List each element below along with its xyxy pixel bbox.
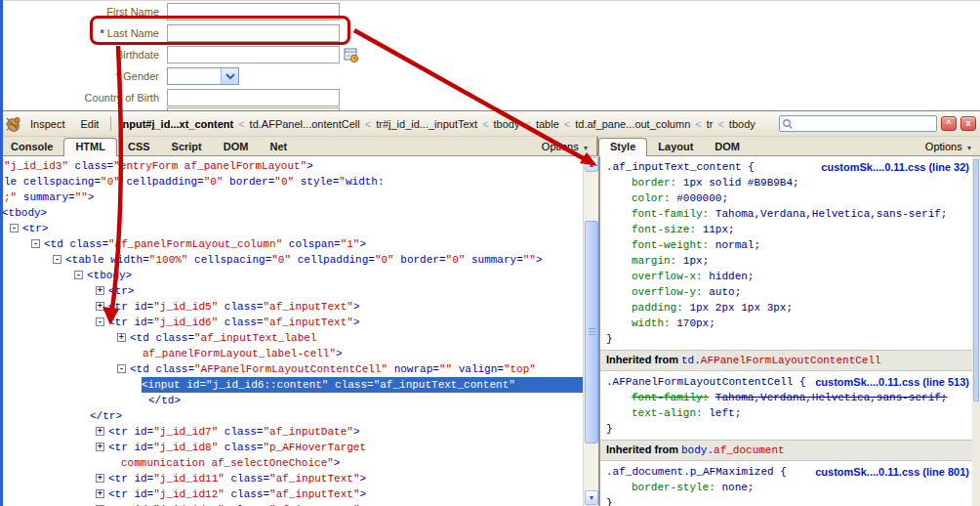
- tree-node[interactable]: +<tr id="j_id_id7" class="af_inputDate">: [0, 424, 583, 440]
- collapse-button[interactable]: ^: [941, 116, 957, 131]
- code-segment: "j_id_id5": [153, 299, 218, 315]
- breadcrumb-item[interactable]: tbody: [494, 118, 520, 130]
- options-menu-left[interactable]: Options ▾: [542, 141, 588, 155]
- tab-layout[interactable]: Layout: [647, 139, 704, 155]
- code-segment: class=: [225, 502, 269, 506]
- annotation-highlight-rect: [90, 16, 350, 45]
- scrollbar-thumb[interactable]: [973, 159, 979, 401]
- breadcrumb-item[interactable]: td.AFPanel...ontentCell: [250, 118, 360, 130]
- breadcrumb-item[interactable]: input#j_id...xt_content: [119, 118, 233, 130]
- collapse-icon[interactable]: -: [10, 224, 19, 232]
- css-property[interactable]: font-family: Tahoma,Verdana,Helvetica,sa…: [606, 390, 972, 405]
- expand-icon[interactable]: +: [96, 427, 104, 436]
- options-menu-right[interactable]: Options ▾: [925, 141, 971, 155]
- style-panel-scrollbar[interactable]: [972, 156, 980, 506]
- tree-node[interactable]: </tr>: [0, 408, 583, 424]
- collapse-icon[interactable]: -: [117, 364, 126, 373]
- tree-node[interactable]: +<tr>: [0, 283, 583, 299]
- expand-icon[interactable]: +: [96, 286, 104, 295]
- tree-node[interactable]: +<tr id="j_id_id5" class="af_inputText">: [0, 299, 583, 315]
- css-rule-selector[interactable]: .AFPanelFormLayoutContentCell {customSk.…: [606, 374, 972, 390]
- code-segment: "af_inputText": [269, 471, 359, 486]
- css-rule-selector[interactable]: .af_inputText_content {customSk....0.11.…: [606, 159, 972, 175]
- css-property[interactable]: font-family: Tahoma,Verdana,Helvetica,sa…: [606, 206, 972, 222]
- html-panel-scrollbar[interactable]: ▲ ▼: [583, 156, 598, 506]
- css-property[interactable]: text-align: left;: [606, 405, 972, 421]
- scroll-up-icon[interactable]: ▲: [585, 157, 598, 172]
- scrollbar-thumb[interactable]: [585, 221, 598, 443]
- rule-close-brace: }: [606, 495, 972, 506]
- expand-icon[interactable]: +: [96, 443, 104, 451]
- expand-icon[interactable]: +: [96, 302, 104, 311]
- tab-css[interactable]: CSS: [117, 139, 161, 155]
- tab-dom[interactable]: DOM: [213, 139, 260, 155]
- css-property[interactable]: font-size: 11px;: [606, 222, 972, 237]
- tree-node[interactable]: "j_id_id3" class="entryForm af_panelForm…: [0, 158, 583, 174]
- stylesheet-link[interactable]: customSk....0.11.css (line 801): [811, 464, 969, 480]
- edit-button[interactable]: Edit: [80, 118, 99, 130]
- collapse-icon[interactable]: -: [31, 239, 40, 248]
- css-property[interactable]: overflow-x: hidden;: [606, 269, 972, 284]
- scroll-down-icon[interactable]: ▼: [585, 490, 598, 505]
- breadcrumb-item[interactable]: tbody: [729, 118, 755, 130]
- chevron-down-icon[interactable]: [221, 68, 238, 84]
- tree-node[interactable]: -<tr>: [0, 221, 583, 236]
- tab-dom[interactable]: DOM: [704, 139, 751, 155]
- tree-node[interactable]: +<tr id="j_id_id12" class="af_inputText"…: [0, 486, 583, 502]
- collapse-icon[interactable]: -: [74, 271, 83, 279]
- breadcrumb-item[interactable]: tr: [707, 118, 714, 130]
- css-property[interactable]: padding: 1px 2px 1px 3px;: [606, 300, 972, 316]
- birthdate-field[interactable]: [167, 46, 340, 63]
- tree-node[interactable]: </td>: [0, 393, 583, 408]
- tree-node[interactable]: -<tbody>: [0, 268, 583, 283]
- tree-node[interactable]: le cellspacing="0" cellpadding="0" borde…: [0, 174, 583, 190]
- css-rule-selector[interactable]: .af_document.p_AFMaximized {customSk....…: [606, 464, 972, 480]
- tree-node[interactable]: ;" summary="">: [0, 190, 583, 205]
- tree-node[interactable]: -<td class="AFPanelFormLayoutContentCell…: [0, 361, 583, 377]
- css-property[interactable]: color: #000000;: [606, 190, 972, 206]
- css-property[interactable]: margin: 1px;: [606, 253, 972, 269]
- tree-node[interactable]: communication af_selectOneChoice">: [0, 455, 583, 471]
- tree-node[interactable]: -<tr id="j_id_id6" class="af_inputText">: [0, 315, 583, 330]
- css-property[interactable]: font-weight: normal;: [606, 237, 972, 253]
- tab-console[interactable]: Console: [0, 139, 63, 155]
- tree-node[interactable]: -<td class="af_panelFormLayout_column" c…: [0, 236, 583, 252]
- collapse-icon[interactable]: -: [53, 255, 61, 264]
- tab-style[interactable]: Style: [598, 138, 647, 156]
- field-label: Birthdate: [3, 49, 159, 61]
- stylesheet-link[interactable]: customSk....0.11.css (line 513): [811, 374, 969, 390]
- close-icon[interactable]: x: [960, 116, 976, 131]
- expand-icon[interactable]: +: [117, 333, 126, 342]
- tree-node[interactable]: <input id="j_id_id6::content" class="af_…: [0, 377, 583, 393]
- css-property[interactable]: width: 170px;: [606, 316, 972, 331]
- tab-script[interactable]: Script: [161, 139, 213, 155]
- firebug-icon[interactable]: [4, 115, 22, 133]
- css-property[interactable]: overflow-y: auto;: [606, 284, 972, 300]
- property-value: 170px;: [676, 317, 715, 329]
- tab-html[interactable]: HTML: [63, 138, 117, 156]
- calendar-picker-icon[interactable]: [344, 47, 359, 63]
- tree-node[interactable]: <tbody>: [0, 205, 583, 221]
- inspect-button[interactable]: Inspect: [30, 118, 64, 130]
- tree-node[interactable]: -<tr id="j_id_id13" class="af_inputText"…: [0, 502, 583, 506]
- tab-net[interactable]: Net: [259, 139, 298, 155]
- stylesheet-link[interactable]: customSk....0.11.css (line 32): [817, 159, 969, 175]
- breadcrumb-item[interactable]: tr#j_id_id..._inputText: [376, 118, 477, 130]
- breadcrumb-item[interactable]: td.af_pane...out_column: [575, 118, 690, 130]
- tree-node[interactable]: +<tr id="j_id_id11" class="af_inputText"…: [0, 471, 583, 486]
- tree-node[interactable]: -<table width="100%" cellspacing="0" cel…: [0, 252, 583, 268]
- property-name: overflow-y:: [632, 286, 703, 298]
- selected-node[interactable]: <input id="j_id_id6::content" class="af_…: [142, 377, 583, 393]
- expand-icon[interactable]: +: [96, 489, 104, 498]
- tree-node[interactable]: +<tr id="j_id_id8" class="p_AFHoverTarge…: [0, 440, 583, 455]
- css-property[interactable]: border-style: none;: [606, 480, 972, 495]
- tree-node[interactable]: +<td class="af_inputText_label: [0, 330, 583, 346]
- breadcrumb-item[interactable]: table: [536, 118, 559, 130]
- country-of-birth-field[interactable]: [167, 89, 340, 106]
- tree-node[interactable]: af_panelFormLayout_label-cell">: [0, 346, 583, 361]
- expand-icon[interactable]: +: [96, 474, 104, 483]
- search-input[interactable]: [779, 115, 937, 132]
- css-property[interactable]: border: 1px solid #B9B9B4;: [606, 175, 972, 190]
- collapse-icon[interactable]: -: [96, 317, 104, 326]
- gender-dropdown[interactable]: [167, 67, 239, 85]
